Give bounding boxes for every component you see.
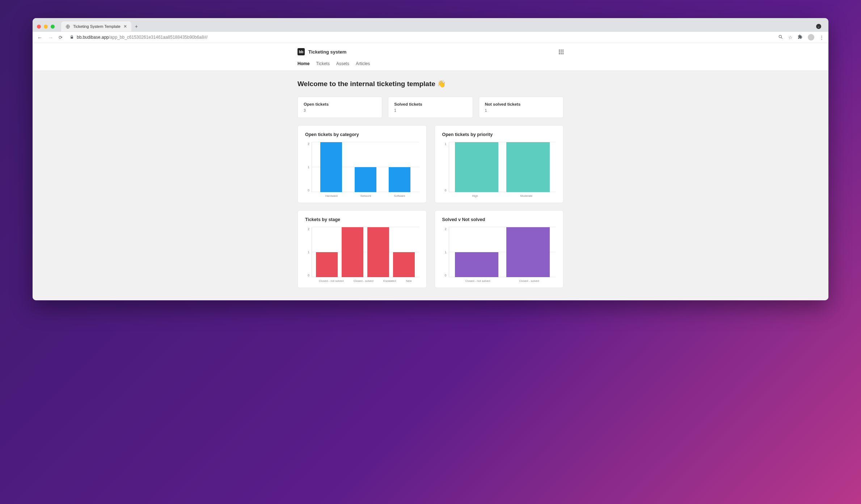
app-page: bb Ticketing system Home Tickets Assets … [33, 43, 828, 300]
bar [342, 227, 363, 277]
y-tick: 1 [445, 142, 447, 146]
x-tick: Closed - solved [354, 279, 373, 283]
bar [455, 252, 498, 277]
chart-title: Open tickets by category [305, 132, 419, 137]
bar [506, 142, 550, 192]
brand-name: Ticketing system [308, 49, 346, 55]
plot-area [449, 142, 556, 192]
apps-menu-button[interactable] [559, 50, 564, 54]
y-tick: 2 [308, 227, 309, 231]
reload-button[interactable]: ⟳ [59, 35, 63, 40]
x-tick: Closed - solved [519, 279, 539, 283]
bars [449, 227, 556, 277]
page-title: Welcome to the internal ticketing templa… [297, 80, 564, 88]
y-axis: 10 [442, 142, 449, 192]
new-tab-button[interactable]: + [135, 24, 138, 29]
x-axis-labels: Closed - not solvedClosed - solvedEscala… [305, 279, 419, 283]
profile-avatar[interactable] [808, 34, 814, 41]
bars [312, 227, 419, 277]
x-tick: Moderate [520, 194, 533, 198]
toolbar-actions: ☆ ⋮ [778, 34, 824, 41]
browser-tab-bar: Ticketing System Template ✕ + ⌄ [33, 18, 828, 32]
window-controls [37, 25, 55, 29]
bookmark-icon[interactable]: ☆ [788, 35, 793, 40]
browser-tab-title: Ticketing System Template [73, 24, 121, 29]
chart-body: 210 [442, 227, 556, 277]
search-icon[interactable] [778, 34, 783, 41]
window-zoom-button[interactable] [51, 25, 55, 29]
bar [316, 252, 338, 277]
chart-row-2: Tickets by stage210Closed - not solvedCl… [297, 210, 564, 288]
chart-by-category: Open tickets by category210HardwareNetwo… [297, 125, 427, 203]
stat-card-solved: Solved tickets 1 [388, 97, 473, 118]
chart-row-1: Open tickets by category210HardwareNetwo… [297, 125, 564, 203]
stat-value: 1 [394, 109, 467, 113]
x-tick: Closed - not solved [465, 279, 490, 283]
x-tick: Hardware [325, 194, 338, 198]
y-axis: 210 [442, 227, 449, 277]
globe-icon [66, 24, 70, 29]
chart-by-stage: Tickets by stage210Closed - not solvedCl… [297, 210, 427, 288]
y-tick: 2 [308, 142, 309, 146]
bar [320, 142, 342, 192]
window-minimize-button[interactable] [44, 25, 48, 29]
nav-tab-tickets[interactable]: Tickets [316, 61, 330, 66]
svg-point-1 [779, 35, 781, 38]
x-tick: New [406, 279, 412, 283]
bar [367, 227, 389, 277]
tab-bar-right: ⌄ [816, 24, 821, 29]
y-tick: 0 [308, 189, 309, 192]
chart-by-priority: Open tickets by priority10HighModerate [435, 125, 564, 203]
bar [389, 167, 410, 192]
content: Welcome to the internal ticketing templa… [297, 71, 564, 300]
plot-area [312, 227, 419, 277]
more-menu-icon[interactable]: ⋮ [819, 35, 824, 40]
y-tick: 0 [445, 274, 447, 277]
y-axis: 210 [305, 227, 312, 277]
chart-title: Tickets by stage [305, 217, 419, 222]
y-tick: 1 [308, 250, 309, 254]
x-tick: Network [360, 194, 371, 198]
chart-title: Open tickets by priority [442, 132, 556, 137]
nav-tab-home[interactable]: Home [297, 61, 309, 66]
x-axis-labels: HardwareNetworkSoftware [305, 194, 419, 198]
x-axis-labels: HighModerate [442, 194, 556, 198]
y-axis: 210 [305, 142, 312, 192]
x-tick: High [472, 194, 478, 198]
y-tick: 0 [308, 274, 309, 277]
chart-body: 210 [305, 227, 419, 277]
stat-card-not-solved: Not solved tickets 1 [479, 97, 564, 118]
stat-row: Open tickets 3 Solved tickets 1 Not solv… [297, 97, 564, 118]
expand-tabs-button[interactable]: ⌄ [816, 24, 821, 29]
nav-tab-assets[interactable]: Assets [336, 61, 349, 66]
extensions-icon[interactable] [798, 34, 803, 41]
bar [506, 227, 550, 277]
chart-body: 10 [442, 142, 556, 192]
brand-badge: bb [297, 48, 305, 55]
stat-label: Solved tickets [394, 102, 467, 106]
nav-tab-articles[interactable]: Articles [356, 61, 370, 66]
x-axis-labels: Closed - not solvedClosed - solved [442, 279, 556, 283]
chart-body: 210 [305, 142, 419, 192]
y-tick: 2 [445, 227, 447, 231]
app-header: bb Ticketing system Home Tickets Assets … [33, 43, 828, 71]
back-button[interactable]: ← [37, 34, 43, 41]
stat-card-open: Open tickets 3 [297, 97, 382, 118]
window-close-button[interactable] [37, 25, 41, 29]
browser-tab[interactable]: Ticketing System Template ✕ [61, 21, 131, 31]
y-tick: 1 [445, 250, 447, 254]
forward-button[interactable]: → [48, 34, 54, 41]
chart-title: Solved v Not solved [442, 217, 556, 222]
stat-label: Not solved tickets [485, 102, 557, 106]
bar [455, 142, 498, 192]
plot-area [449, 227, 556, 277]
bar [393, 252, 415, 277]
close-tab-button[interactable]: ✕ [123, 24, 127, 29]
stat-label: Open tickets [304, 102, 376, 106]
nav-tabs: Home Tickets Assets Articles [297, 61, 564, 71]
x-tick: Closed - not solved [319, 279, 343, 283]
y-tick: 1 [308, 165, 309, 169]
app-brand: bb Ticketing system [297, 48, 346, 55]
address-bar[interactable]: bb.budibase.app/app_bb_c61530261e31461aa… [68, 35, 773, 40]
bar [355, 167, 376, 192]
